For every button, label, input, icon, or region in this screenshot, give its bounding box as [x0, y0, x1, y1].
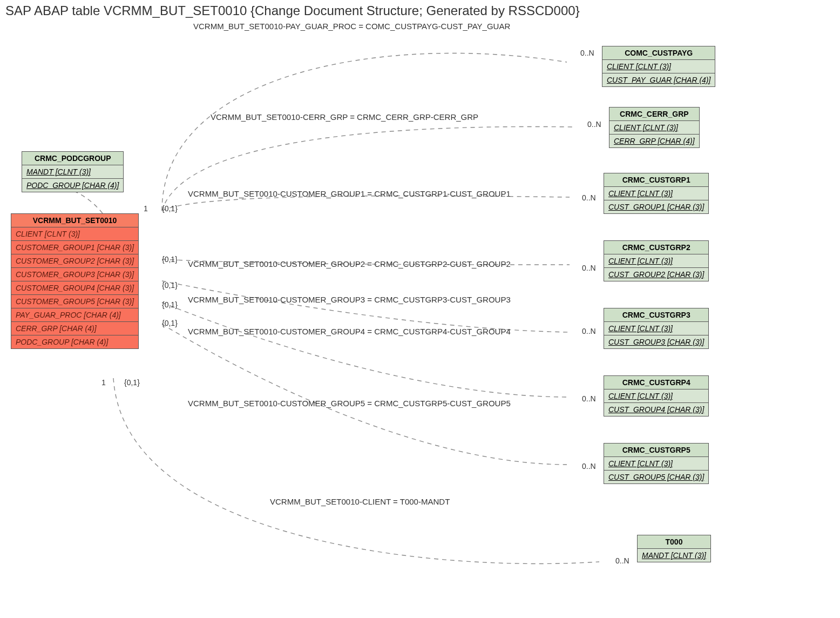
entity-field: CERR_GRP [CHAR (4)]: [609, 135, 699, 147]
entity-field: CUST_GROUP5 [CHAR (3)]: [604, 471, 708, 483]
relation-label: VCRMM_BUT_SET0010-CUSTOMER_GROUP3 = CRMC…: [188, 295, 511, 304]
entity-field: CLIENT [CLNT (3)]: [602, 60, 715, 73]
entity-field: CUSTOMER_GROUP5 [CHAR (3)]: [11, 295, 138, 308]
entity-field: CLIENT [CLNT (3)]: [604, 254, 708, 268]
entity-field: PODC_GROUP [CHAR (4)]: [22, 179, 123, 192]
cardinality-label: 1: [144, 204, 148, 213]
entity-field: CUST_GROUP1 [CHAR (3)]: [604, 200, 708, 213]
cardinality-label: 0..N: [582, 462, 596, 471]
entity-field: CUSTOMER_GROUP3 [CHAR (3)]: [11, 268, 138, 281]
entity-field: CUSTOMER_GROUP1 [CHAR (3)]: [11, 241, 138, 254]
entity-field: PODC_GROUP [CHAR (4)]: [11, 335, 138, 348]
entity-field: CERR_GRP [CHAR (4)]: [11, 322, 138, 335]
cardinality-label: 0..N: [587, 120, 601, 129]
entity-header: CRMC_CUSTGRP1: [604, 173, 708, 187]
entity-field: CLIENT [CLNT (3)]: [11, 227, 138, 241]
cardinality-label: {0,1}: [162, 204, 178, 213]
relation-label: VCRMM_BUT_SET0010-CUSTOMER_GROUP1 = CRMC…: [188, 189, 511, 198]
relation-label: VCRMM_BUT_SET0010-CUSTOMER_GROUP5 = CRMC…: [188, 399, 511, 408]
entity-field: CUST_PAY_GUAR [CHAR (4)]: [602, 73, 715, 86]
relation-label: VCRMM_BUT_SET0010-CLIENT = T000-MANDT: [270, 497, 450, 506]
entity-header: VCRMM_BUT_SET0010: [11, 214, 138, 227]
entity-header: CRMC_CERR_GRP: [609, 108, 699, 121]
entity-field: CLIENT [CLNT (3)]: [604, 389, 708, 403]
entity-header: CRMC_CUSTGRP4: [604, 376, 708, 389]
entity-comc-custpayg: COMC_CUSTPAYG CLIENT [CLNT (3)] CUST_PAY…: [602, 46, 715, 87]
entity-field: PAY_GUAR_PROC [CHAR (4)]: [11, 308, 138, 322]
cardinality-label: 0..N: [580, 49, 594, 57]
cardinality-label: 0..N: [582, 394, 596, 403]
cardinality-label: 0..N: [615, 556, 629, 565]
entity-field: CUSTOMER_GROUP2 [CHAR (3)]: [11, 254, 138, 268]
entity-header: T000: [638, 535, 710, 549]
entity-field: CUST_GROUP3 [CHAR (3)]: [604, 335, 708, 348]
entity-crmc-custgrp2: CRMC_CUSTGRP2 CLIENT [CLNT (3)] CUST_GRO…: [604, 240, 709, 281]
entity-header: CRMC_CUSTGRP5: [604, 444, 708, 457]
entity-vcrmm-but-set0010: VCRMM_BUT_SET0010 CLIENT [CLNT (3)] CUST…: [11, 213, 139, 349]
entity-field: CLIENT [CLNT (3)]: [604, 187, 708, 200]
cardinality-label: {0,1}: [162, 300, 178, 309]
entity-field: CLIENT [CLNT (3)]: [609, 121, 699, 135]
entity-header: CRMC_PODCGROUP: [22, 152, 123, 165]
relation-label: VCRMM_BUT_SET0010-CUSTOMER_GROUP4 = CRMC…: [188, 327, 511, 336]
cardinality-label: 1: [101, 378, 106, 387]
entity-crmc-custgrp3: CRMC_CUSTGRP3 CLIENT [CLNT (3)] CUST_GRO…: [604, 308, 709, 349]
entity-field: MANDT [CLNT (3)]: [638, 549, 710, 562]
entity-header: CRMC_CUSTGRP3: [604, 308, 708, 322]
entity-t000: T000 MANDT [CLNT (3)]: [637, 535, 711, 562]
entity-crmc-custgrp5: CRMC_CUSTGRP5 CLIENT [CLNT (3)] CUST_GRO…: [604, 443, 709, 484]
entity-crmc-podcgroup: CRMC_PODCGROUP MANDT [CLNT (3)] PODC_GRO…: [22, 151, 124, 192]
cardinality-label: 0..N: [582, 327, 596, 335]
cardinality-label: {0,1}: [124, 378, 140, 387]
cardinality-label: {0,1}: [162, 255, 178, 264]
entity-header: CRMC_CUSTGRP2: [604, 241, 708, 254]
relation-label: VCRMM_BUT_SET0010-CERR_GRP = CRMC_CERR_G…: [211, 112, 478, 122]
entity-crmc-custgrp1: CRMC_CUSTGRP1 CLIENT [CLNT (3)] CUST_GRO…: [604, 173, 709, 214]
relation-label: VCRMM_BUT_SET0010-PAY_GUAR_PROC = COMC_C…: [193, 22, 510, 31]
entity-field: CUSTOMER_GROUP4 [CHAR (3)]: [11, 281, 138, 295]
cardinality-label: {0,1}: [162, 319, 178, 327]
entity-field: MANDT [CLNT (3)]: [22, 165, 123, 179]
entity-crmc-custgrp4: CRMC_CUSTGRP4 CLIENT [CLNT (3)] CUST_GRO…: [604, 375, 709, 417]
entity-crmc-cerr-grp: CRMC_CERR_GRP CLIENT [CLNT (3)] CERR_GRP…: [609, 107, 700, 148]
relation-label: VCRMM_BUT_SET0010-CUSTOMER_GROUP2 = CRMC…: [188, 259, 511, 268]
entity-header: COMC_CUSTPAYG: [602, 46, 715, 60]
entity-field: CUST_GROUP2 [CHAR (3)]: [604, 268, 708, 281]
entity-field: CLIENT [CLNT (3)]: [604, 457, 708, 471]
cardinality-label: 0..N: [582, 193, 596, 202]
entity-field: CLIENT [CLNT (3)]: [604, 322, 708, 335]
cardinality-label: 0..N: [582, 264, 596, 272]
entity-field: CUST_GROUP4 [CHAR (3)]: [604, 403, 708, 416]
page-title: SAP ABAP table VCRMM_BUT_SET0010 {Change…: [5, 3, 580, 18]
cardinality-label: {0,1}: [162, 281, 178, 290]
